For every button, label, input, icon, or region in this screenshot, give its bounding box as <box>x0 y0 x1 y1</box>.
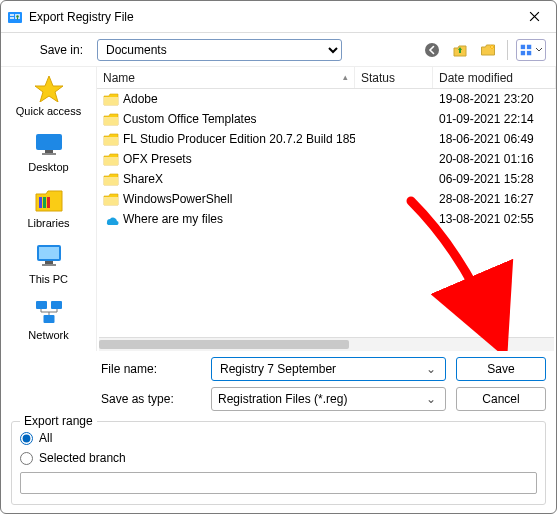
save-button[interactable]: Save <box>456 357 546 381</box>
svg-rect-1 <box>10 14 14 16</box>
file-browser: Quick accessDesktopLibrariesThis PCNetwo… <box>1 67 556 351</box>
save-in-select[interactable]: Documents <box>97 39 342 61</box>
file-name: FL Studio Producer Edition 20.7.2 Build … <box>123 132 355 146</box>
svg-rect-15 <box>39 197 42 208</box>
svg-rect-17 <box>47 197 50 208</box>
place-label: This PC <box>9 273 89 285</box>
thispc-icon <box>31 241 67 271</box>
svg-rect-20 <box>45 261 53 264</box>
save-type-value: Registration Files (*.reg) <box>218 392 423 406</box>
file-date: 06-09-2021 15:28 <box>433 172 556 186</box>
libraries-icon <box>31 185 67 215</box>
svg-rect-10 <box>527 50 531 54</box>
onedrive-icon <box>103 212 119 226</box>
export-range-all[interactable]: All <box>20 428 537 448</box>
nav-back-button[interactable] <box>421 39 443 61</box>
export-range-all-radio[interactable] <box>20 432 33 445</box>
folder-icon <box>103 192 119 206</box>
close-button[interactable] <box>514 3 554 31</box>
cancel-button[interactable]: Cancel <box>456 387 546 411</box>
column-headers[interactable]: Name▴ Status Date modified <box>97 67 556 89</box>
export-range-group: Export range All Selected branch <box>11 421 546 505</box>
svg-point-4 <box>16 15 18 17</box>
chevron-down-icon[interactable]: ⌄ <box>423 362 439 376</box>
folder-icon <box>103 152 119 166</box>
file-date: 28-08-2021 16:27 <box>433 192 556 206</box>
place-label: Desktop <box>9 161 89 173</box>
place-desktop[interactable]: Desktop <box>9 127 89 181</box>
place-network[interactable]: Network <box>9 295 89 349</box>
file-name-combo[interactable]: ⌄ <box>211 357 446 381</box>
svg-rect-14 <box>42 153 56 155</box>
export-registry-dialog: Export Registry File Save in: Documents … <box>0 0 557 514</box>
horizontal-scrollbar[interactable] <box>99 337 554 351</box>
file-row[interactable]: FL Studio Producer Edition 20.7.2 Build … <box>97 129 556 149</box>
file-name: Custom Office Templates <box>123 112 257 126</box>
svg-rect-24 <box>43 315 54 323</box>
chevron-down-icon <box>535 43 543 57</box>
file-list-area: Name▴ Status Date modified Adobe19-08-20… <box>96 67 556 351</box>
svg-rect-8 <box>527 44 531 48</box>
view-menu-button[interactable] <box>516 39 546 61</box>
file-name: Where are my files <box>123 212 223 226</box>
svg-rect-12 <box>36 134 62 150</box>
titlebar: Export Registry File <box>1 1 556 33</box>
svg-rect-16 <box>43 197 46 208</box>
up-one-level-button[interactable] <box>449 39 471 61</box>
folder-icon <box>103 92 119 106</box>
network-icon <box>31 297 67 327</box>
selected-branch-input[interactable] <box>20 472 537 494</box>
file-row[interactable]: WindowsPowerShell28-08-2021 16:27 <box>97 189 556 209</box>
save-in-label: Save in: <box>1 43 91 57</box>
file-list[interactable]: Adobe19-08-2021 23:20Custom Office Templ… <box>97 89 556 337</box>
place-label: Network <box>9 329 89 341</box>
place-thispc[interactable]: This PC <box>9 239 89 293</box>
column-date[interactable]: Date modified <box>433 67 556 88</box>
svg-rect-21 <box>42 264 56 266</box>
chevron-down-icon[interactable]: ⌄ <box>423 392 439 406</box>
file-date: 01-09-2021 22:14 <box>433 112 556 126</box>
column-status[interactable]: Status <box>355 67 433 88</box>
file-date: 19-08-2021 23:20 <box>433 92 556 106</box>
file-row[interactable]: Adobe19-08-2021 23:20 <box>97 89 556 109</box>
quick-icon <box>31 73 67 103</box>
save-in-row: Save in: Documents <box>1 33 556 67</box>
sort-indicator-icon: ▴ <box>343 72 348 82</box>
svg-rect-13 <box>45 150 53 153</box>
file-name: ShareX <box>123 172 163 186</box>
folder-icon <box>103 132 119 146</box>
scrollbar-thumb[interactable] <box>99 340 349 349</box>
folder-icon <box>103 172 119 186</box>
svg-rect-19 <box>39 247 59 259</box>
save-type-combo[interactable]: Registration Files (*.reg) ⌄ <box>211 387 446 411</box>
file-name-input[interactable] <box>218 361 423 377</box>
file-date: 18-06-2021 06:49 <box>433 132 556 146</box>
svg-rect-7 <box>521 44 525 48</box>
new-folder-button[interactable] <box>477 39 499 61</box>
file-name: OFX Presets <box>123 152 192 166</box>
svg-rect-5 <box>17 17 18 19</box>
place-label: Libraries <box>9 217 89 229</box>
place-quick[interactable]: Quick access <box>9 71 89 125</box>
window-title: Export Registry File <box>29 10 514 24</box>
file-date: 20-08-2021 01:16 <box>433 152 556 166</box>
file-row[interactable]: Where are my files13-08-2021 02:55 <box>97 209 556 229</box>
svg-rect-22 <box>36 301 47 309</box>
save-type-label: Save as type: <box>101 392 201 406</box>
svg-rect-9 <box>521 50 525 54</box>
file-row[interactable]: OFX Presets20-08-2021 01:16 <box>97 149 556 169</box>
save-fields: File name: ⌄ Save Save as type: Registra… <box>1 351 556 419</box>
export-range-legend: Export range <box>20 414 97 428</box>
file-row[interactable]: Custom Office Templates01-09-2021 22:14 <box>97 109 556 129</box>
svg-rect-2 <box>10 17 14 19</box>
export-range-selected-radio[interactable] <box>20 452 33 465</box>
place-label: Quick access <box>9 105 89 117</box>
file-row[interactable]: ShareX06-09-2021 15:28 <box>97 169 556 189</box>
column-name[interactable]: Name▴ <box>97 67 355 88</box>
file-name: WindowsPowerShell <box>123 192 232 206</box>
folder-icon <box>103 112 119 126</box>
file-name: Adobe <box>123 92 158 106</box>
place-libraries[interactable]: Libraries <box>9 183 89 237</box>
export-range-selected[interactable]: Selected branch <box>20 448 537 468</box>
file-name-label: File name: <box>101 362 201 376</box>
